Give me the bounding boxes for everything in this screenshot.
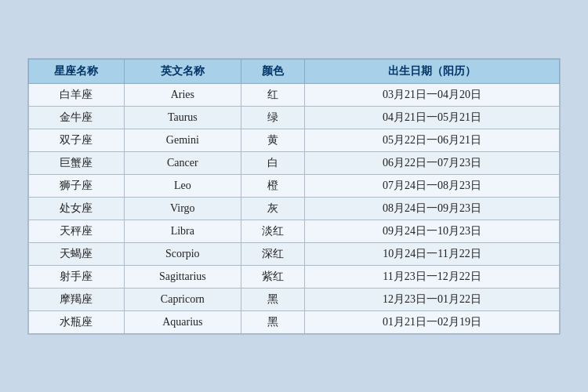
table-row: 水瓶座Aquarius黑01月21日一02月19日 <box>29 310 560 333</box>
cell-date: 08月24日一09月23日 <box>305 197 560 220</box>
cell-chinese: 处女座 <box>29 197 125 220</box>
header-date: 出生日期（阳历） <box>305 59 560 83</box>
cell-chinese: 白羊座 <box>29 83 125 106</box>
header-chinese: 星座名称 <box>29 59 125 83</box>
cell-chinese: 双子座 <box>29 129 125 151</box>
cell-date: 11月23日一12月22日 <box>305 265 560 288</box>
cell-english: Leo <box>124 174 241 197</box>
cell-chinese: 射手座 <box>29 265 125 288</box>
cell-color: 黑 <box>241 310 304 333</box>
cell-color: 灰 <box>241 197 304 220</box>
cell-date: 03月21日一04月20日 <box>305 83 560 106</box>
cell-english: Sagittarius <box>124 265 241 288</box>
cell-date: 01月21日一02月19日 <box>305 310 560 333</box>
cell-date: 07月24日一08月23日 <box>305 174 560 197</box>
table-row: 双子座Gemini黄05月22日一06月21日 <box>29 129 560 151</box>
cell-english: Aquarius <box>124 310 241 333</box>
cell-english: Aries <box>124 83 241 106</box>
cell-color: 紫红 <box>241 265 304 288</box>
cell-date: 09月24日一10月23日 <box>305 220 560 242</box>
cell-chinese: 巨蟹座 <box>29 151 125 174</box>
cell-color: 白 <box>241 151 304 174</box>
cell-chinese: 狮子座 <box>29 174 125 197</box>
cell-english: Libra <box>124 220 241 242</box>
cell-color: 红 <box>241 83 304 106</box>
cell-chinese: 水瓶座 <box>29 310 125 333</box>
table-row: 处女座Virgo灰08月24日一09月23日 <box>29 197 560 220</box>
cell-english: Cancer <box>124 151 241 174</box>
cell-english: Capricorn <box>124 288 241 310</box>
cell-date: 06月22日一07月23日 <box>305 151 560 174</box>
table-row: 射手座Sagittarius紫红11月23日一12月22日 <box>29 265 560 288</box>
cell-color: 橙 <box>241 174 304 197</box>
table-row: 天秤座Libra淡红09月24日一10月23日 <box>29 220 560 242</box>
cell-date: 05月22日一06月21日 <box>305 129 560 151</box>
table-row: 狮子座Leo橙07月24日一08月23日 <box>29 174 560 197</box>
cell-color: 绿 <box>241 106 304 129</box>
cell-color: 淡红 <box>241 220 304 242</box>
cell-color: 黄 <box>241 129 304 151</box>
cell-date: 12月23日一01月22日 <box>305 288 560 310</box>
cell-english: Gemini <box>124 129 241 151</box>
table-row: 白羊座Aries红03月21日一04月20日 <box>29 83 560 106</box>
cell-color: 深红 <box>241 242 304 265</box>
table-row: 巨蟹座Cancer白06月22日一07月23日 <box>29 151 560 174</box>
table-row: 摩羯座Capricorn黑12月23日一01月22日 <box>29 288 560 310</box>
zodiac-table-container: 星座名称 英文名称 颜色 出生日期（阳历） 白羊座Aries红03月21日一04… <box>27 58 561 335</box>
cell-color: 黑 <box>241 288 304 310</box>
table-row: 天蝎座Scorpio深红10月24日一11月22日 <box>29 242 560 265</box>
zodiac-table: 星座名称 英文名称 颜色 出生日期（阳历） 白羊座Aries红03月21日一04… <box>28 59 560 334</box>
table-row: 金牛座Taurus绿04月21日一05月21日 <box>29 106 560 129</box>
header-color: 颜色 <box>241 59 304 83</box>
cell-chinese: 天蝎座 <box>29 242 125 265</box>
table-header-row: 星座名称 英文名称 颜色 出生日期（阳历） <box>29 59 560 83</box>
cell-english: Virgo <box>124 197 241 220</box>
cell-date: 10月24日一11月22日 <box>305 242 560 265</box>
cell-english: Scorpio <box>124 242 241 265</box>
cell-date: 04月21日一05月21日 <box>305 106 560 129</box>
cell-chinese: 金牛座 <box>29 106 125 129</box>
table-body: 白羊座Aries红03月21日一04月20日金牛座Taurus绿04月21日一0… <box>29 83 560 333</box>
cell-chinese: 天秤座 <box>29 220 125 242</box>
header-english: 英文名称 <box>124 59 241 83</box>
cell-english: Taurus <box>124 106 241 129</box>
cell-chinese: 摩羯座 <box>29 288 125 310</box>
